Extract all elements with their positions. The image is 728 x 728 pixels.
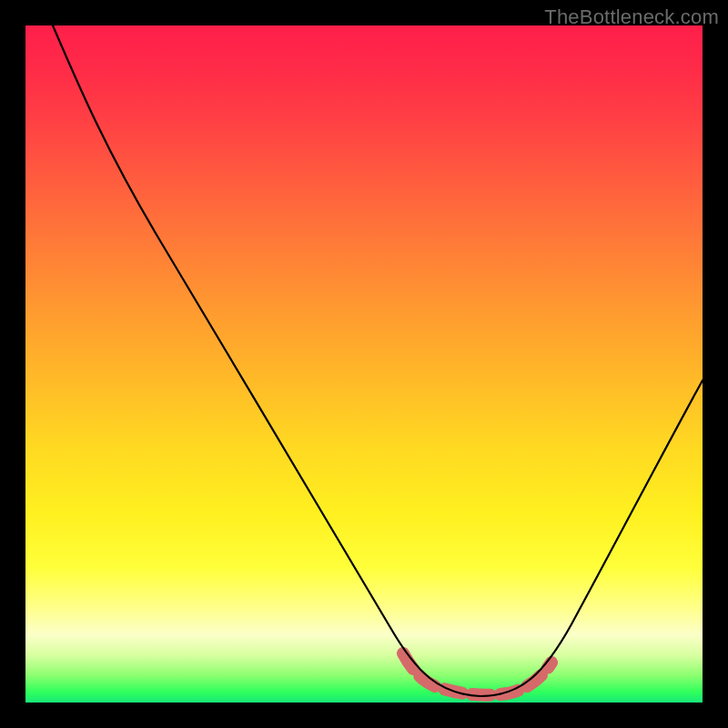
chart-frame: TheBottleneck.com [0, 0, 728, 728]
bottleneck-curve-line [53, 25, 703, 696]
watermark-text: TheBottleneck.com [544, 5, 719, 29]
plot-area [25, 25, 703, 703]
curve-layer [25, 25, 703, 703]
